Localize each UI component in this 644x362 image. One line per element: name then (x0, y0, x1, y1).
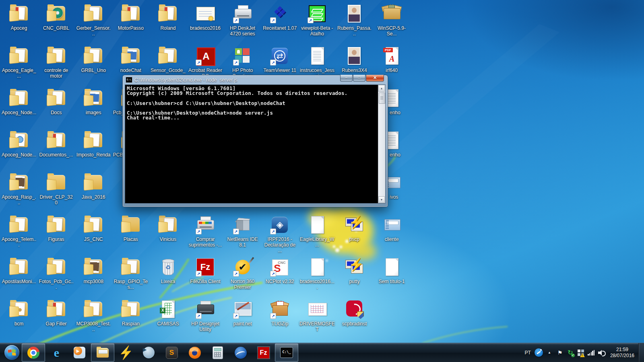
start-button[interactable] (2, 344, 22, 362)
desktop-icon-acrobat-reader-dc[interactable]: A↗Acrobat Reader DC (187, 45, 223, 79)
desktop-icon-vinicius[interactable]: Vinicius (150, 214, 186, 242)
desktop-icon-motorpasso[interactable]: MotorPasso (113, 3, 149, 31)
network-signal-icon[interactable] (587, 348, 596, 358)
desktop-icon-roland[interactable]: Roland (150, 3, 186, 31)
taskbar-item-chrome[interactable] (22, 343, 45, 362)
desktop-icon-teamviewer-11[interactable]: ⇄↗TeamViewer 11 (262, 45, 298, 73)
taskbar-item-firefox[interactable] (183, 343, 206, 362)
desktop-icon-scpbradinst[interactable]: scpbradinst (336, 299, 372, 327)
desktop-icon-irf640[interactable]: PDFAirf640 (374, 45, 410, 73)
desktop-icon-imposto-renda[interactable]: Imposto_Renda (75, 130, 111, 158)
action-center-flag-icon[interactable]: ⚑ (555, 348, 564, 358)
desktop-icon-apostilasmoni[interactable]: ApostilasMoni... (1, 257, 37, 284)
desktop-icon-hp-photo-creations[interactable]: ↗HP Photo Creations (225, 45, 261, 79)
desktop-icon-pscp[interactable]: ⚡pscp (336, 214, 372, 242)
desktop-icon-gerber-sensor[interactable]: Gerber_Sensor... (75, 3, 111, 37)
maximize-button[interactable]: □ (353, 75, 365, 82)
desktop-icon-norton-360-premier[interactable]: ✔↗Norton 360 Premier (225, 257, 261, 290)
desktop-icon-docs[interactable]: Docs (38, 88, 74, 115)
minimize-button[interactable]: – (340, 75, 353, 82)
desktop-icon-mcp3008[interactable]: mcp3008 (75, 257, 111, 284)
shortcut-arrow-icon: ↗ (233, 60, 239, 66)
desktop-icon-netbeans-ide-8-1[interactable]: ↗NetBeans IDE 8.1 (225, 214, 261, 248)
close-button[interactable]: ✕ (366, 75, 384, 82)
console[interactable]: Microsoft Windows [versão 6.1.7601]Copyr… (125, 84, 386, 204)
desktop-icon-bradesco2016[interactable]: bradesco2016 (187, 3, 223, 31)
desktop-icon-apoceg-telem[interactable]: Apoceg_Telem... (1, 214, 37, 248)
desktop-icon-comprar-suprimentos[interactable]: ↗Comprar suprimentos -... (187, 214, 223, 248)
taskbar-item-filezilla[interactable]: Fz (252, 343, 275, 362)
desktop-icon-apoceg[interactable]: Apoceg (1, 3, 37, 31)
taskbar-item-eagle[interactable]: ⚡ (114, 343, 137, 362)
console-scrollbar[interactable]: ▲ ▼ (378, 85, 385, 203)
taskbar-clock[interactable]: 21:59 28/07/2016 (607, 347, 638, 359)
cmd-window[interactable]: C:\ C:\Windows\system32\cmd.exe - node s… (122, 75, 388, 207)
desktop-icon-grbl-uno[interactable]: GRBL_Uno (75, 45, 111, 73)
show-hidden-icon[interactable]: ▲ (545, 348, 554, 358)
desktop-icon-filezilla-client[interactable]: Fz↗FileZilla Client (187, 257, 223, 284)
desktop-icon-rubens-passa[interactable]: Rubens_Passa... (336, 3, 372, 37)
desktop-icon-irpf2016-declara-o-de[interactable]: ◈↗IRPF2016 - Declaração de ... (262, 214, 298, 253)
desktop-icon-apoceg-node[interactable]: Apoceg_Node... (1, 88, 37, 115)
sync-ok-icon[interactable]: ↻ (566, 348, 575, 358)
desktop-icon-mcp3008-test[interactable]: MCP3008_Test... (75, 299, 111, 332)
show-desktop-button[interactable] (638, 343, 644, 362)
taskbar-item-calculator[interactable] (206, 343, 229, 362)
desktop-icon-winscp-5-9-se[interactable]: WinSCP-5.9-Se... (374, 3, 410, 37)
taskbar-item-windows-explorer[interactable] (91, 343, 114, 362)
desktop-icon-putty[interactable]: ⚡putty (336, 257, 372, 284)
desktop-icon-instrucoes-jessei[interactable]: instrucoes_Jessei (299, 45, 335, 79)
taskbar-item-google-earth[interactable] (229, 343, 252, 362)
desktop-icon-eaglelibrary-w[interactable]: EagleLibrary_W... (299, 214, 335, 248)
desktop-icon-documentos[interactable]: Documentos_... (38, 130, 74, 158)
scrollbar-thumb[interactable] (379, 93, 385, 104)
console-output[interactable]: Microsoft Windows [versão 6.1.7601]Copyr… (125, 85, 378, 203)
desktop-icon-hp-designjet-utility[interactable]: ↗HP Designjet Utility (187, 299, 223, 332)
desktop-icon-sensor-gcode[interactable]: Sensor_Gcode_... (150, 45, 186, 79)
desktop-icon-cliente[interactable]: cliente (374, 214, 410, 242)
desktop-icon-fotos-pcb-gc[interactable]: Fotos_Pcb_Gc... (38, 257, 74, 290)
taskbar-item-media-player-classic[interactable]: ▶ (137, 343, 160, 362)
desktop-icon-paint-net[interactable]: ↗paint.net (225, 299, 261, 327)
desktop-icon-lixeira[interactable]: ♻Lixeira (150, 257, 186, 284)
desktop-icon-figuras[interactable]: Figuras (38, 214, 74, 242)
volume-icon[interactable] (597, 348, 606, 358)
desktop-icon-drivermosfet[interactable]: DRIVERMOSFET (299, 299, 335, 332)
desktop-icon-rasp-gpio-tes[interactable]: Rasp_GPIO_Tes... (113, 257, 149, 290)
hp-status-warning-icon[interactable] (576, 348, 585, 358)
desktop-icon-raspian[interactable]: Raspian (113, 299, 149, 327)
desktop-icon-apoceg-node[interactable]: Apoceg_Node... (1, 130, 37, 158)
icon-label: Apoceg (1, 25, 37, 31)
desktop-icon-bradesco2016[interactable]: bradesco2016.... (299, 257, 335, 290)
desktop-icon-gap-filler[interactable]: Gap Filler (38, 299, 74, 327)
teamviewer-icon[interactable] (535, 348, 543, 358)
language-indicator[interactable]: PT (522, 350, 534, 356)
desktop-icon-java-2016[interactable]: Java_2016 (75, 172, 111, 200)
desktop-icon-js-cnc[interactable]: JS_CNC (75, 214, 111, 242)
desktop-icon-placas[interactable]: Placas (113, 214, 149, 242)
desktop-icon-hp-deskjet-4720-series[interactable]: ↗HP DeskJet 4720 series (225, 3, 261, 37)
desktop-icon-viewplot-beta-atalho[interactable]: ↗viewplot-Beta - Atalho (299, 3, 335, 37)
desktop-icon-apoceg-rasp[interactable]: Apoceg_Rasp_... (1, 172, 37, 206)
desktop-icon-ncplot-v2-32[interactable]: CNCS↗NCPlot v2.32 (262, 257, 298, 284)
desktop-icon-nodechat[interactable]: nodeChat (113, 45, 149, 73)
desktop-icon-apoceg-eagle[interactable]: Apoceg_Eagle_... (1, 45, 37, 79)
folder-doc-icon (46, 88, 67, 109)
scroll-down-icon[interactable]: ▼ (378, 196, 385, 203)
desktop-icon-receitanet-1-07[interactable]: ❖↗Receitanet 1.07 (262, 3, 298, 31)
cmd-titlebar[interactable]: C:\ C:\Windows\system32\cmd.exe - node s… (125, 75, 386, 84)
taskbar-item-cmd[interactable]: C:\_ (275, 343, 298, 362)
desktop-icon-camisas[interactable]: XCAMISAS (150, 299, 186, 327)
taskbar-item-windows-media-player[interactable]: ▶ (68, 343, 91, 362)
desktop-icon-sem-t-tulo-1[interactable]: Sem título-1 (374, 257, 410, 284)
scroll-up-icon[interactable]: ▲ (378, 85, 385, 92)
desktop-icon-driver-clp-320[interactable]: Driver_CLP_320 (38, 172, 74, 206)
desktop-icon-bcm[interactable]: bcm (1, 299, 37, 327)
taskbar-item-internet-explorer[interactable]: e (45, 343, 68, 362)
taskbar-item-sublime-text[interactable]: S (160, 343, 183, 362)
desktop-icon-images[interactable]: images (75, 88, 111, 115)
desktop-icon-cnc-grbl[interactable]: CNC_GRBL (38, 3, 74, 31)
desktop-icon-tugzip[interactable]: ↗TUGZip (262, 299, 298, 327)
desktop-icon-controle-de-motor[interactable]: controle de motor (38, 45, 74, 79)
desktop-icon-rubens3x4[interactable]: Rubens3X4 (336, 45, 372, 73)
